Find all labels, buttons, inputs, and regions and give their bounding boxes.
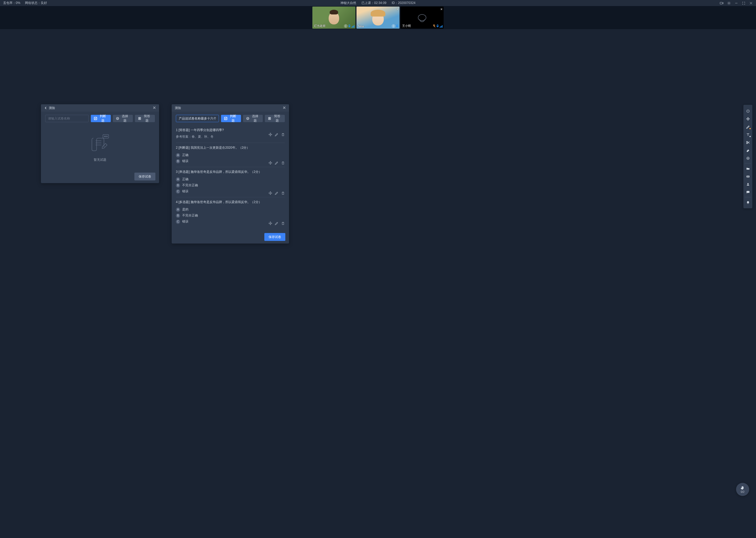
- choice-icon: [246, 117, 249, 120]
- camera-switch-icon[interactable]: [720, 1, 724, 5]
- quiz-panel-empty: 测验 判断题 选择题 简答题: [41, 104, 159, 183]
- move-icon[interactable]: [268, 161, 272, 165]
- packet-loss-label: 丢包率：0%: [3, 1, 20, 5]
- add-short-answer-button[interactable]: 简答题: [265, 115, 285, 122]
- back-icon[interactable]: [44, 106, 47, 110]
- tool-scissors[interactable]: [743, 138, 752, 146]
- delete-icon[interactable]: [281, 221, 285, 225]
- settings-icon[interactable]: [727, 1, 731, 5]
- option-badge: A: [176, 207, 180, 212]
- tool-text[interactable]: [743, 131, 752, 138]
- svg-rect-22: [748, 176, 748, 177]
- mic-on-icon: [436, 25, 439, 27]
- quiz-panel-filled: 测验 判断题 选择题 简答题 1 [简答题] 一年四季分别是哪四季? 参考答案：…: [172, 104, 289, 243]
- tool-widgets[interactable]: [743, 172, 752, 180]
- video-tile-teacher[interactable]: 叮当老师: [312, 7, 355, 28]
- toolbar-separator: [745, 163, 751, 163]
- edit-icon[interactable]: [275, 133, 278, 136]
- option-text: 错误: [182, 189, 188, 193]
- tool-laser[interactable]: [743, 154, 752, 162]
- raise-hand-button[interactable]: 0/2: [736, 483, 749, 496]
- add-judge-button[interactable]: 判断题: [221, 115, 241, 122]
- move-icon[interactable]: [268, 191, 272, 195]
- question-title: 2 [判断题] 我国宪法上一次更新是在2020年。（2分）: [176, 145, 285, 150]
- empty-illustration-icon: [88, 134, 112, 154]
- svg-rect-3: [397, 25, 398, 26]
- session-id-label: ID：2020070324: [392, 1, 415, 5]
- tool-select[interactable]: [743, 107, 752, 115]
- tool-chat[interactable]: [743, 188, 752, 196]
- save-quiz-button[interactable]: 保存试卷: [134, 173, 155, 181]
- participant-name: 王小明: [402, 24, 411, 28]
- participant-name: 叮当老师: [314, 24, 325, 28]
- tool-participants[interactable]: [743, 180, 752, 188]
- delete-icon[interactable]: [281, 161, 285, 165]
- question-item: 1 [简答题] 一年四季分别是哪四季? 参考答案：春、夏、秋、冬: [176, 125, 285, 143]
- delete-icon[interactable]: [281, 133, 285, 136]
- quiz-name-input[interactable]: [45, 115, 89, 122]
- video-strip: 叮当老师 × Nina × 王小明: [0, 6, 756, 29]
- class-title: 神秘大自然: [341, 1, 356, 5]
- svg-rect-5: [437, 25, 438, 26]
- option-badge: C: [176, 220, 180, 224]
- svg-rect-23: [748, 176, 749, 177]
- question-item: 2 [判断题] 我国宪法上一次更新是在2020年。（2分） A正确 B错误: [176, 143, 285, 167]
- panel-title: 测验: [49, 106, 55, 110]
- tile-close-icon[interactable]: ×: [441, 7, 443, 11]
- option-text: 错误: [182, 219, 188, 224]
- edit-icon[interactable]: [275, 221, 278, 225]
- option-badge: A: [176, 177, 180, 182]
- mic-muted-icon: [433, 25, 436, 27]
- tool-eraser[interactable]: [743, 146, 752, 154]
- tile-close-icon[interactable]: ×: [397, 7, 399, 11]
- mic-on-icon: [396, 25, 399, 27]
- option-text: 错误: [182, 159, 188, 163]
- delete-icon[interactable]: [281, 191, 285, 195]
- video-tile-student-1[interactable]: × Nina: [356, 7, 400, 28]
- svg-point-11: [106, 136, 106, 136]
- question-title: 4 [多选题] 施华洛世奇是反华品牌，所以梁鼎琪反华。（2分）: [176, 200, 285, 204]
- add-choice-button[interactable]: 选择题: [113, 115, 133, 122]
- svg-point-12: [107, 136, 108, 136]
- option-text: 是的: [182, 207, 188, 212]
- svg-point-1: [729, 2, 730, 3]
- option-badge: B: [176, 159, 180, 163]
- move-icon[interactable]: [268, 221, 272, 225]
- panel-close-icon[interactable]: [153, 106, 156, 110]
- save-quiz-button[interactable]: 保存试卷: [264, 233, 285, 241]
- panel-close-icon[interactable]: [283, 106, 286, 110]
- tool-folder[interactable]: [743, 164, 752, 172]
- close-icon[interactable]: [749, 1, 753, 5]
- svg-rect-2: [349, 25, 350, 26]
- move-icon[interactable]: [268, 133, 272, 136]
- short-answer-icon: [138, 117, 141, 120]
- minimize-icon[interactable]: [734, 1, 738, 5]
- option-badge: B: [176, 214, 180, 218]
- audio-level-icon: [440, 25, 443, 27]
- mic-on-icon: [348, 25, 351, 27]
- video-tile-student-2[interactable]: × 王小明: [401, 7, 444, 28]
- question-title: 3 [单选题] 施华洛世奇是反华品牌，所以梁鼎琪反华。（2分）: [176, 170, 285, 174]
- whiteboard-area: 测验 判断题 选择题 简答题: [0, 29, 756, 538]
- option-text: 正确: [182, 177, 188, 182]
- panel-title: 测验: [175, 106, 181, 110]
- edit-icon[interactable]: [275, 191, 278, 195]
- svg-point-18: [747, 158, 748, 159]
- tools-sidebar: [743, 105, 752, 208]
- option-text: 正确: [182, 153, 188, 157]
- tool-bell[interactable]: [743, 198, 752, 206]
- audio-level-icon: [352, 25, 354, 27]
- tool-move[interactable]: [743, 115, 752, 123]
- color-indicator-icon: [749, 128, 751, 129]
- add-choice-button[interactable]: 选择题: [243, 115, 263, 122]
- tool-pen[interactable]: [743, 123, 752, 131]
- add-short-answer-button[interactable]: 简答题: [135, 115, 155, 122]
- add-judge-button[interactable]: 判断题: [91, 115, 111, 122]
- svg-point-10: [104, 136, 105, 136]
- question-title: 1 [简答题] 一年四季分别是哪四季?: [176, 128, 285, 133]
- edit-icon[interactable]: [275, 161, 278, 165]
- raise-hand-count: 0/2: [741, 490, 744, 493]
- maximize-icon[interactable]: [742, 1, 745, 5]
- quiz-name-input[interactable]: [176, 115, 219, 122]
- option-badge: A: [176, 153, 180, 157]
